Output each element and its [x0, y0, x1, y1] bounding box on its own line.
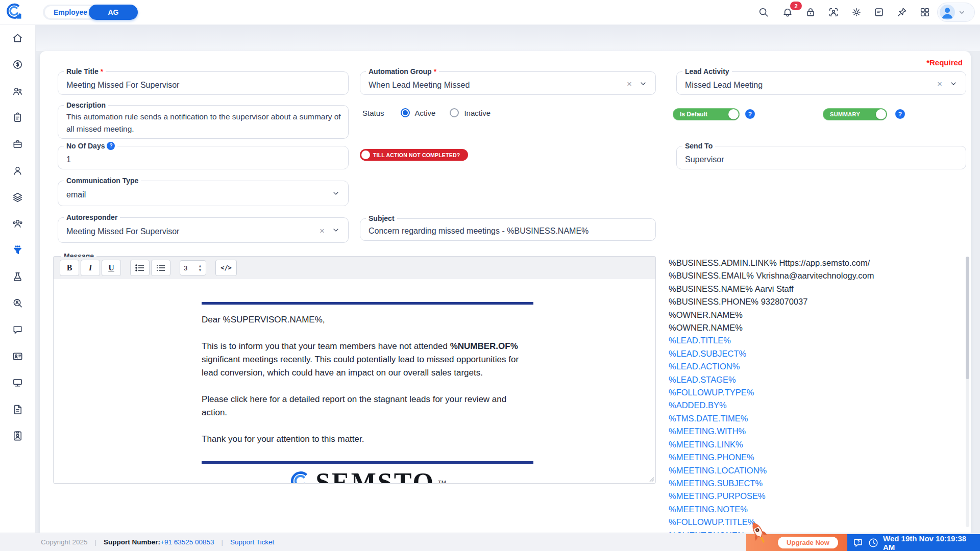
support-ticket-link[interactable]: Support Ticket [230, 538, 274, 546]
italic-button[interactable]: I [81, 260, 100, 276]
sidebar-item-contacts[interactable] [11, 84, 25, 98]
placeholder-item[interactable]: %TMS.DATE.TIME% [669, 412, 965, 425]
summary-toggle[interactable]: SUMMARY [823, 108, 887, 120]
no-of-days-field[interactable]: No Of Days? 1 [58, 146, 349, 169]
till-action-toggle[interactable]: TILL ACTION NOT COMPLETED? [360, 149, 468, 161]
bullet-list-button[interactable] [130, 260, 150, 276]
placeholder-item[interactable]: %BUSINESS.NAME% Aarvi Staff [669, 283, 965, 295]
placeholder-item[interactable]: %LEAD.SUBJECT% [669, 347, 965, 360]
toggle-employee[interactable]: Employee [45, 6, 96, 18]
placeholder-scrollbar[interactable] [966, 257, 969, 527]
sidebar-item-employee-badge[interactable] [11, 429, 25, 443]
support-phone-link[interactable]: +91 63525 00853 [160, 538, 214, 546]
sidebar-item-payments[interactable] [11, 57, 25, 71]
autoresponder-value[interactable]: Meeting Missed For Supervisor [66, 227, 179, 236]
rule-title-input[interactable]: Meeting Missed For Supervisor [66, 81, 179, 90]
sidebar-item-clients[interactable] [11, 163, 25, 178]
clear-icon[interactable]: × [627, 79, 632, 89]
sidebar-item-team[interactable] [11, 216, 25, 231]
placeholder-item[interactable]: %BUSINESS.ADMIN.LINK% Https://app.semsto… [669, 257, 965, 269]
code-view-button[interactable]: </> [215, 260, 237, 276]
lock-icon[interactable] [805, 7, 816, 18]
sidebar-item-lab[interactable] [11, 269, 25, 284]
placeholder-item[interactable]: %LEAD.STAGE% [669, 373, 965, 386]
underline-button[interactable]: U [102, 260, 121, 276]
subject-input[interactable]: Concern regarding missed meetings - %BUS… [369, 227, 589, 236]
search-icon[interactable] [758, 7, 769, 18]
sidebar-item-home[interactable] [11, 31, 25, 45]
automation-group-value[interactable]: When Lead Meeting Missed [369, 81, 470, 90]
notes-icon[interactable] [873, 7, 885, 18]
status-radio-inactive[interactable] [450, 108, 459, 117]
send-to-field[interactable]: Send To Supervisor [676, 146, 966, 169]
status-radio-active[interactable] [401, 108, 410, 117]
sidebar-item-services[interactable] [11, 137, 25, 151]
placeholder-item[interactable]: %BUSINESS.PHONE% 9328070037 [669, 295, 965, 308]
upgrade-now-button[interactable]: Upgrade Now [778, 537, 838, 548]
bold-button[interactable]: B [60, 260, 79, 276]
placeholder-item[interactable]: %MEETING.PURPOSE% [669, 490, 965, 503]
placeholder-item[interactable]: %MEETING.LINK% [669, 438, 965, 451]
sidebar-item-recruitment[interactable] [11, 296, 25, 310]
placeholder-item[interactable]: %FOLLOWUP.TYPE% [669, 386, 965, 399]
is-default-help-icon[interactable]: ? [745, 109, 755, 119]
help-chat-icon[interactable]: ? [852, 537, 864, 548]
placeholder-item[interactable]: %LEAD.TITLE% [669, 334, 965, 347]
placeholder-item[interactable]: %MEETING.LOCATION% [669, 464, 965, 477]
apps-grid-icon[interactable] [919, 7, 930, 18]
send-to-value[interactable]: Supervisor [685, 155, 724, 164]
font-size-select[interactable]: 3 ▲▼ [180, 260, 206, 276]
sidebar-item-stack[interactable] [11, 190, 25, 204]
ordered-list-button[interactable] [151, 260, 170, 276]
summary-help-icon[interactable]: ? [895, 109, 905, 119]
status-active-label[interactable]: Active [415, 109, 436, 117]
chevron-down-icon[interactable] [332, 189, 340, 197]
no-of-days-input[interactable]: 1 [66, 155, 71, 164]
message-body[interactable]: Dear %SUPERVISOR.NAME%, This is to infor… [54, 279, 655, 483]
sidebar-item-chat[interactable] [11, 322, 25, 337]
communication-type-select[interactable]: Communication Type email [58, 181, 349, 206]
placeholder-item[interactable]: %OWNER.NAME% [669, 321, 965, 334]
placeholder-item[interactable]: %ADDED.BY% [669, 399, 965, 412]
placeholder-item[interactable]: %FOLLOWUP.TITLE% [669, 516, 965, 529]
communication-type-value[interactable]: email [66, 190, 86, 199]
placeholder-item[interactable]: %MEETING.SUBJECT% [669, 477, 965, 490]
sidebar-item-tasks[interactable] [11, 110, 25, 124]
placeholder-item[interactable]: %MEETING.NOTE% [669, 503, 965, 516]
sidebar-item-workstation[interactable] [11, 375, 25, 390]
placeholder-item[interactable]: %CLIENT.PHONE% [669, 529, 965, 533]
pin-icon[interactable] [896, 7, 908, 18]
face-scan-icon[interactable] [828, 7, 839, 18]
resize-grip[interactable] [648, 476, 654, 482]
rule-title-field[interactable]: Rule Title* Meeting Missed For Superviso… [58, 71, 349, 95]
description-input[interactable]: This automation rule sends a notificatio… [66, 111, 341, 135]
chevron-down-icon[interactable] [639, 80, 647, 88]
settings-gear-icon[interactable] [851, 7, 862, 18]
subject-field[interactable]: Subject Concern regarding missed meeting… [360, 218, 656, 241]
sidebar-item-id-card[interactable] [11, 349, 25, 363]
clear-icon[interactable]: × [320, 226, 325, 236]
app-logo[interactable] [5, 3, 23, 21]
placeholder-item[interactable]: %LEAD.ACTION% [669, 360, 965, 373]
placeholder-item[interactable]: %OWNER.NAME% [669, 309, 965, 321]
sidebar-item-documents[interactable] [11, 402, 25, 416]
scrollbar-thumb[interactable] [966, 257, 969, 379]
placeholder-item[interactable]: %BUSINESS.EMAIL% Vkrishna@aarvitechnolog… [669, 269, 965, 282]
placeholder-item[interactable]: %MEETING.PHONE% [669, 451, 965, 464]
chevron-down-icon[interactable] [332, 226, 340, 234]
user-menu[interactable] [937, 3, 975, 22]
no-of-days-help-icon[interactable]: ? [107, 142, 115, 150]
automation-group-select[interactable]: Automation Group* When Lead Meeting Miss… [360, 71, 656, 95]
placeholder-item[interactable]: %MEETING.WITH% [669, 425, 965, 438]
sidebar-item-automation[interactable] [11, 243, 25, 257]
description-field[interactable]: Description This automation rule sends a… [58, 105, 349, 139]
status-inactive-label[interactable]: Inactive [464, 109, 491, 117]
toggle-ag[interactable]: AG [89, 5, 138, 20]
spinner-arrows-icon[interactable]: ▲▼ [198, 264, 202, 272]
clear-icon[interactable]: × [937, 79, 942, 89]
autoresponder-select[interactable]: Autoresponder Meeting Missed For Supervi… [58, 217, 349, 243]
lead-activity-select[interactable]: Lead Activity Missed Lead Meeting × [676, 71, 966, 95]
chevron-down-icon[interactable] [949, 80, 958, 88]
lead-activity-value[interactable]: Missed Lead Meeting [685, 81, 763, 90]
is-default-toggle[interactable]: Is Default [673, 108, 740, 120]
